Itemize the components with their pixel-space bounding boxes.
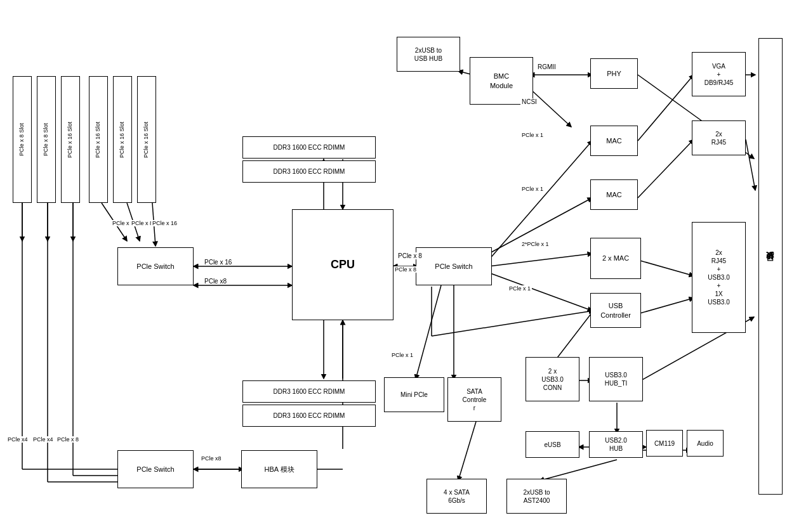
label-pclex1-mid: PCle x 1: [520, 186, 545, 192]
label-pclex8-left2: PCle x8: [203, 278, 228, 285]
label-pclex4b: PCle x4: [32, 436, 55, 443]
label-pclex8-bot: PCle x 8: [56, 436, 80, 443]
vga-block: VGA+DB9/RJ45: [692, 52, 746, 96]
svg-line-23: [416, 285, 441, 379]
ast2400-block: 2xUSB toAST2400: [506, 479, 567, 514]
usb20-hub: USB2.0HUB: [589, 431, 643, 458]
usb-controller: USBController: [590, 293, 641, 328]
svg-line-42: [539, 460, 617, 481]
pcie-slot-1: PCle x 8 Slot: [13, 76, 32, 203]
svg-line-34: [638, 260, 694, 276]
label-2pclex1: 2*PCle x 1: [520, 241, 550, 247]
pcie-switch-bottom: PCle Switch: [117, 450, 194, 488]
cpu-block: CPU: [292, 209, 394, 320]
hba-block: HBA 模块: [241, 450, 317, 488]
svg-line-27: [489, 273, 592, 311]
pcie-switch-left: PCle Switch: [117, 247, 194, 285]
sata-controller: SATAControler: [447, 377, 501, 422]
label-pclex4a: PCle x4: [6, 436, 29, 443]
ddr-bot-2: DDR3 1600 ECC RDIMM: [242, 405, 376, 427]
right-panel: 口袋扩板: [758, 38, 783, 495]
svg-line-45: [746, 139, 755, 190]
svg-line-33: [638, 139, 694, 198]
label-pclex8-right-switch: PCle x 8: [394, 266, 418, 273]
block-diagram: 口袋扩板 PCle x 8 Slot PCle x 8 Slot PCle x …: [0, 0, 787, 532]
pcie-slot-5: PCle x 16 Slot: [113, 76, 132, 203]
usb-hub-top: 2xUSB toUSB HUB: [397, 37, 460, 72]
pcie-slot-4: PCle x 16 Slot: [89, 76, 108, 203]
usb30-hub-ti: USB3.0HUB_TI: [589, 357, 643, 401]
label-pclex16-left: PCle x 16: [203, 259, 233, 266]
label-rgmii: RGMII: [536, 63, 557, 70]
cm119-block: CM119: [646, 430, 683, 457]
mini-pcie: Mini PCle: [384, 377, 444, 412]
pcie-slot-6: PCle x 16 Slot: [137, 76, 156, 203]
ddr-top-1: DDR3 1600 ECC RDIMM: [242, 136, 376, 159]
label-pclex8-right: PCle x 8: [397, 252, 423, 259]
svg-line-32: [638, 75, 694, 141]
svg-line-29: [530, 89, 571, 127]
svg-line-26: [489, 254, 592, 266]
usb30-conn: 2 xUSB3.0CONN: [526, 357, 579, 401]
label-pclex1-usb: PCle x 1: [508, 285, 532, 292]
pcie-switch-right: PCle Switch: [416, 247, 492, 285]
svg-line-48: [432, 311, 593, 336]
svg-line-46: [553, 311, 593, 363]
sata-4x-block: 4 x SATA6Gb/s: [427, 479, 487, 514]
bmc-module: BMCModule: [470, 57, 533, 105]
label-pclex8-bottom-switch: PCle x8: [200, 455, 223, 462]
rj45-2x-top: 2xRJ45: [692, 120, 746, 155]
label-pclex1-bmc: PCle x 1: [520, 132, 545, 138]
phy-block: PHY: [590, 58, 638, 89]
eusb-block: eUSB: [526, 431, 579, 458]
pcie-slot-2: PCle x 8 Slot: [37, 76, 56, 203]
audio-block: Audio: [687, 430, 724, 457]
ddr-bot-1: DDR3 1600 ECC RDIMM: [242, 380, 376, 403]
ddr-top-2: DDR3 1600 ECC RDIMM: [242, 160, 376, 183]
mac-top: MAC: [590, 126, 638, 156]
svg-line-35: [638, 298, 694, 314]
label-pclex1-mini: PCle x 1: [390, 352, 414, 358]
svg-line-43: [458, 422, 476, 481]
mac-2x: 2 x MAC: [590, 238, 641, 279]
pcie-slot-3: PCle x 16 Slot: [61, 76, 80, 203]
mac-mid: MAC: [590, 179, 638, 210]
label-pclex16-slots: PCle x 16: [151, 220, 178, 226]
rj45-usb3-block: 2xRJ45+USB3.0+1XUSB3.0: [692, 222, 746, 333]
label-ncsi: NCSI: [520, 98, 538, 105]
